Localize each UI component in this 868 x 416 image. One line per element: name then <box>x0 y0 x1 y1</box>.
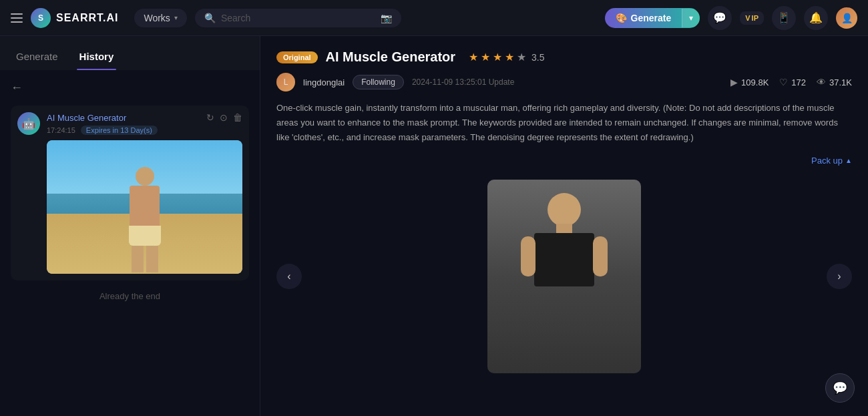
history-item-time: 17:24:15 Expires in 13 Day(s) <box>47 126 242 135</box>
update-time: 2024-11-09 13:25:01 Update <box>412 77 514 87</box>
pack-up-button[interactable]: Pack up ▲ <box>276 156 852 166</box>
search-input[interactable] <box>221 13 375 23</box>
user-avatar[interactable]: 👤 <box>836 7 857 29</box>
star-rating: ★ ★ ★ ★ ★ 3.5 <box>469 51 544 63</box>
star-3: ★ <box>493 51 502 63</box>
mm-arm-left <box>521 236 535 276</box>
sidebar-tabs: Generate History <box>0 36 260 70</box>
star-2: ★ <box>481 51 490 63</box>
plays-stat: ▶ 109.8K <box>730 77 769 87</box>
top-navigation: S SEARRT.AI Works ▾ 🔍 📷 🎨 Generate ▾ 💬 V… <box>0 0 868 36</box>
works-label: Works <box>144 13 170 23</box>
logo-area: S SEARRT.AI <box>31 8 118 28</box>
likes-stat: ♡ 172 <box>779 77 806 87</box>
person-shorts <box>129 226 161 246</box>
star-1: ★ <box>469 51 478 63</box>
detail-header: Original AI Muscle Generator ★ ★ ★ ★ ★ 3… <box>276 49 852 65</box>
history-item-header: AI Muscle Generator ↻ ⊙ 🗑 <box>47 112 242 123</box>
generate-btn-arrow[interactable]: ▾ <box>682 9 700 27</box>
logo-text: SEARRT.AI <box>56 12 118 24</box>
person-head <box>136 167 154 186</box>
history-time: 17:24:15 <box>47 126 75 134</box>
main-layout: Generate History ← 🤖 AI Muscle Generator… <box>0 36 868 416</box>
palette-icon: 🎨 <box>616 13 627 23</box>
description-text: One-click muscle gain, instantly transfo… <box>276 101 852 145</box>
plays-count: 109.8K <box>741 77 769 87</box>
play-icon: ▶ <box>730 77 738 87</box>
support-button[interactable]: 💬 <box>825 373 855 403</box>
vip-icon: V <box>745 14 750 22</box>
pack-up-label: Pack up <box>811 156 843 166</box>
discord-icon: 💬 <box>713 11 726 24</box>
generate-button[interactable]: 🎨 Generate ▾ <box>605 8 700 28</box>
discord-button[interactable]: 💬 <box>708 6 732 30</box>
person-leg-right <box>146 246 158 272</box>
tab-generate[interactable]: Generate <box>13 44 61 70</box>
history-item-name: AI Muscle Generator <box>47 113 126 123</box>
works-dropdown[interactable]: Works ▾ <box>134 9 186 27</box>
logo-icon: S <box>31 8 51 28</box>
expires-badge: Expires in 13 Day(s) <box>81 126 158 135</box>
following-button[interactable]: Following <box>353 75 404 89</box>
likes-count: 172 <box>791 77 806 87</box>
hamburger-menu[interactable] <box>11 13 23 23</box>
notifications-button[interactable]: 🔔 <box>804 6 828 30</box>
person-leg-left <box>132 246 144 272</box>
image-carousel: ‹ › <box>276 176 852 377</box>
author-avatar: L <box>276 73 295 91</box>
vip-badge[interactable]: V IP <box>740 11 764 25</box>
carousel-prev-button[interactable]: ‹ <box>276 264 302 289</box>
download-button[interactable]: ⊙ <box>220 112 228 123</box>
history-item-avatar: 🤖 <box>17 112 40 135</box>
person-torso <box>130 186 160 226</box>
back-arrow-icon: ← <box>11 81 23 95</box>
mobile-icon: 📱 <box>777 11 791 24</box>
detail-title: AI Muscle Generator <box>326 49 456 65</box>
back-button[interactable]: ← <box>11 78 249 97</box>
carousel-next-button[interactable]: › <box>827 264 852 289</box>
muscular-man-image <box>487 180 641 373</box>
original-badge: Original <box>276 51 318 63</box>
generate-btn-main[interactable]: 🎨 Generate <box>605 8 682 28</box>
avatar-icon: 🤖 <box>22 118 35 130</box>
history-item: 🤖 AI Muscle Generator ↻ ⊙ 🗑 17:24:15 Exp… <box>11 106 249 280</box>
views-count: 37.1K <box>829 77 852 87</box>
detail-panel: Original AI Muscle Generator ★ ★ ★ ★ ★ 3… <box>260 36 868 416</box>
mobile-button[interactable]: 📱 <box>772 6 796 30</box>
eye-icon: 👁 <box>817 77 826 87</box>
support-icon: 💬 <box>833 381 847 395</box>
history-image-container <box>47 140 242 274</box>
carousel-main-image <box>487 180 641 373</box>
person-figure <box>122 167 168 274</box>
history-item-content: AI Muscle Generator ↻ ⊙ 🗑 17:24:15 Expir… <box>47 112 242 274</box>
chevron-down-icon: ▾ <box>174 14 178 21</box>
star-4: ★ <box>505 51 514 63</box>
stats-right: ▶ 109.8K ♡ 172 👁 37.1K <box>730 77 852 87</box>
search-bar[interactable]: 🔍 📷 <box>195 9 401 27</box>
sidebar-content: ← 🤖 AI Muscle Generator ↻ ⊙ 🗑 <box>0 70 260 416</box>
views-stat: 👁 37.1K <box>817 77 852 87</box>
mm-arms <box>521 236 608 276</box>
mm-head <box>548 193 581 226</box>
person-legs <box>122 246 168 272</box>
history-item-actions: ↻ ⊙ 🗑 <box>206 112 242 123</box>
bell-icon: 🔔 <box>809 11 823 24</box>
already-end-label: Already the end <box>11 280 249 312</box>
chevron-up-icon: ▲ <box>845 157 852 164</box>
generate-label: Generate <box>631 13 672 23</box>
delete-button[interactable]: 🗑 <box>233 112 242 123</box>
heart-icon: ♡ <box>779 77 788 87</box>
camera-icon[interactable]: 📷 <box>381 13 392 23</box>
vip-label: IP <box>752 14 758 22</box>
sidebar: Generate History ← 🤖 AI Muscle Generator… <box>0 36 260 416</box>
refresh-button[interactable]: ↻ <box>206 112 214 123</box>
history-image <box>47 140 242 274</box>
author-name: lingdonglai <box>303 77 345 87</box>
mm-arm-right <box>593 236 608 276</box>
rating-number: 3.5 <box>531 52 544 63</box>
search-icon: 🔍 <box>204 13 216 23</box>
star-5: ★ <box>517 51 526 63</box>
tab-history[interactable]: History <box>77 44 117 70</box>
detail-meta: L lingdonglai Following 2024-11-09 13:25… <box>276 73 852 91</box>
